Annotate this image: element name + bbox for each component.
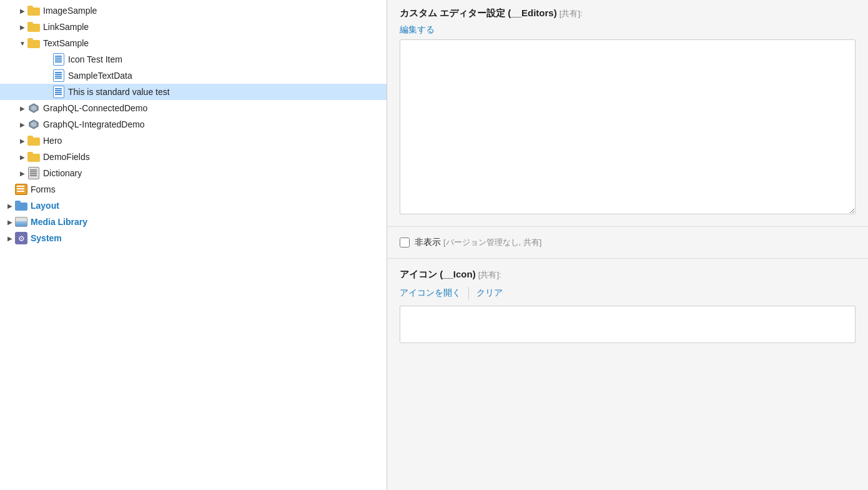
svg-text:⚙: ⚙ (18, 234, 25, 243)
tree-item-demoFields[interactable]: DemoFields (0, 149, 387, 165)
hidden-checkbox[interactable] (400, 238, 410, 248)
tree-arrow-imageSample[interactable] (17, 6, 27, 16)
icon-section-title: アイコン (__Icon) [共有]: (400, 269, 856, 281)
forms-icon-forms (15, 183, 27, 196)
tree-arrow-hero[interactable] (17, 136, 27, 146)
media-icon-mediaLibrary (15, 216, 27, 228)
tree-item-iconTestItem[interactable]: Icon Test Item (0, 51, 387, 68)
tree-arrow-demoFields[interactable] (17, 152, 27, 162)
tree-item-system[interactable]: ⚙ System (0, 230, 387, 246)
tree-arrow-layout[interactable] (5, 201, 15, 211)
tree-arrow-graphQLConnected[interactable] (17, 103, 27, 113)
tree-label-forms: Forms (31, 184, 56, 194)
icon-actions-row: アイコンを開く クリア (400, 287, 856, 299)
tree-label-demoFields: DemoFields (43, 152, 90, 162)
tree-arrow-dictionary[interactable] (17, 168, 27, 178)
tree-arrow-linkSample[interactable] (17, 22, 27, 32)
hidden-label: 非表示 [バージョン管理なし, 共有] (415, 237, 541, 248)
folder-icon-imageSample (27, 4, 40, 17)
doc-icon-iconTestItem (52, 53, 65, 66)
tree-arrow-graphQLIntegrated[interactable] (17, 119, 27, 129)
tree-item-hero[interactable]: Hero (0, 132, 387, 149)
tree-item-linkSample[interactable]: LinkSample (0, 19, 387, 35)
clear-link[interactable]: クリア (476, 288, 503, 299)
custom-editor-shared: [共有]: (560, 9, 583, 18)
tree-label-linkSample: LinkSample (43, 22, 89, 32)
system-icon-system: ⚙ (15, 232, 27, 244)
doc-icon-sampleTextData (52, 69, 65, 82)
custom-editor-title: カスタム エディター設定 (__Editors) [共有]: (400, 8, 856, 19)
tree-item-layout[interactable]: Layout (0, 198, 387, 214)
tree-panel: ImageSample LinkSample TextSample Icon T… (0, 0, 387, 490)
folder-icon-hero (27, 134, 40, 147)
tree-label-iconTestItem: Icon Test Item (68, 54, 122, 64)
tree-label-standardValueTest: This is standard value test (68, 87, 170, 97)
icon-section: アイコン (__Icon) [共有]: アイコンを開く クリア (387, 259, 868, 353)
tree-item-forms[interactable]: Forms (0, 181, 387, 198)
hidden-checkbox-row: 非表示 [バージョン管理なし, 共有] (387, 227, 868, 258)
tree-arrow-mediaLibrary[interactable] (5, 217, 15, 227)
icon-actions-divider (468, 287, 469, 299)
tree-item-standardValueTest[interactable]: This is standard value test (0, 84, 387, 100)
tree-label-hero: Hero (43, 136, 62, 146)
icon-section-shared: [共有]: (478, 270, 501, 279)
folder-icon-textSample (27, 37, 40, 49)
tree-label-layout: Layout (31, 201, 59, 211)
tree-label-mediaLibrary: Media Library (31, 217, 87, 227)
folder-icon-linkSample (27, 21, 40, 33)
tree-item-mediaLibrary[interactable]: Media Library (0, 214, 387, 230)
tree-label-graphQLIntegrated: GraphQL-IntegratedDemo (43, 119, 145, 129)
tree-arrow-textSample[interactable] (17, 38, 27, 48)
tree-label-textSample: TextSample (43, 38, 89, 48)
tree-arrow-system[interactable] (5, 233, 15, 243)
tree-item-graphQLConnected[interactable]: GraphQL-ConnectedDemo (0, 100, 387, 116)
cube-icon-graphQLIntegrated (27, 118, 40, 131)
doc-icon-standardValueTest (52, 86, 65, 98)
tree-label-imageSample: ImageSample (43, 6, 97, 16)
tree-item-imageSample[interactable]: ImageSample (0, 2, 387, 19)
folder-blue-icon-layout (15, 199, 27, 212)
edit-link[interactable]: 編集する (400, 24, 435, 34)
tree-item-textSample[interactable]: TextSample (0, 35, 387, 51)
folder-icon-demoFields (27, 151, 40, 163)
tree-item-sampleTextData[interactable]: SampleTextData (0, 68, 387, 84)
open-icon-link[interactable]: アイコンを開く (400, 288, 461, 299)
dict-icon-dictionary (27, 167, 40, 179)
cube-icon-graphQLConnected (27, 102, 40, 114)
custom-editor-section: カスタム エディター設定 (__Editors) [共有]: 編集する (387, 0, 868, 226)
tree-item-graphQLIntegrated[interactable]: GraphQL-IntegratedDemo (0, 116, 387, 132)
tree-item-dictionary[interactable]: Dictionary (0, 165, 387, 181)
right-panel: カスタム エディター設定 (__Editors) [共有]: 編集する 非表示 … (387, 0, 868, 490)
custom-editor-textarea[interactable] (400, 39, 856, 214)
icon-preview-box (400, 306, 856, 343)
tree-label-system: System (31, 233, 62, 243)
tree-label-sampleTextData: SampleTextData (68, 71, 132, 81)
tree-label-dictionary: Dictionary (43, 168, 82, 178)
tree-label-graphQLConnected: GraphQL-ConnectedDemo (43, 103, 147, 113)
